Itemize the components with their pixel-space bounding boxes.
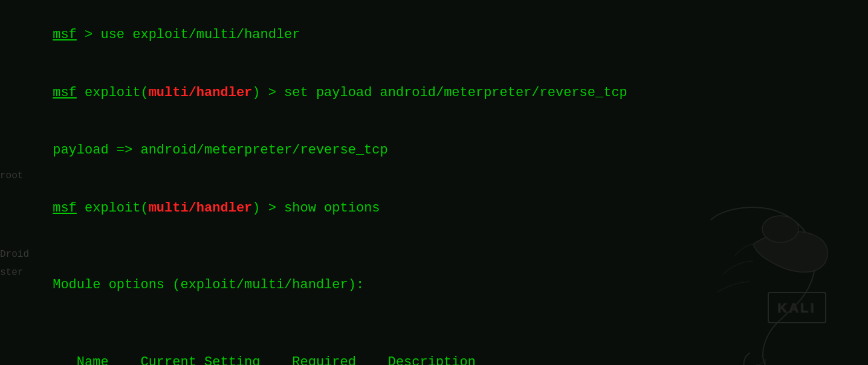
kali-logo-watermark: KALI — [662, 196, 820, 353]
exploit-name-2: multi/handler — [149, 85, 253, 100]
cmd-2b: ) > set payload android/meterpreter/reve… — [252, 85, 627, 100]
payload-result: payload => android/meterpreter/reverse_t… — [53, 143, 388, 158]
exploit-name-4: multi/handler — [149, 201, 253, 216]
msf-prompt-1: msf — [53, 27, 77, 42]
cmd-1: > use exploit/multi/handler — [77, 27, 300, 42]
terminal-line-3: payload => android/meterpreter/reverse_t… — [5, 121, 863, 179]
cmd-2a: exploit( — [77, 85, 149, 100]
terminal-window: root Droid ster msf > use exploit/multi/… — [0, 0, 868, 365]
terminal-line-2: msf exploit(multi/handler) > set payload… — [5, 64, 863, 122]
svg-text:KALI: KALI — [777, 300, 815, 315]
msf-prompt-3: msf — [53, 201, 77, 216]
svg-point-0 — [762, 216, 798, 242]
msf-prompt-2: msf — [53, 85, 77, 100]
terminal-line-1: msf > use exploit/multi/handler — [5, 6, 863, 64]
cmd-4a: exploit( — [77, 201, 149, 216]
cmd-4b: ) > show options — [252, 201, 380, 216]
